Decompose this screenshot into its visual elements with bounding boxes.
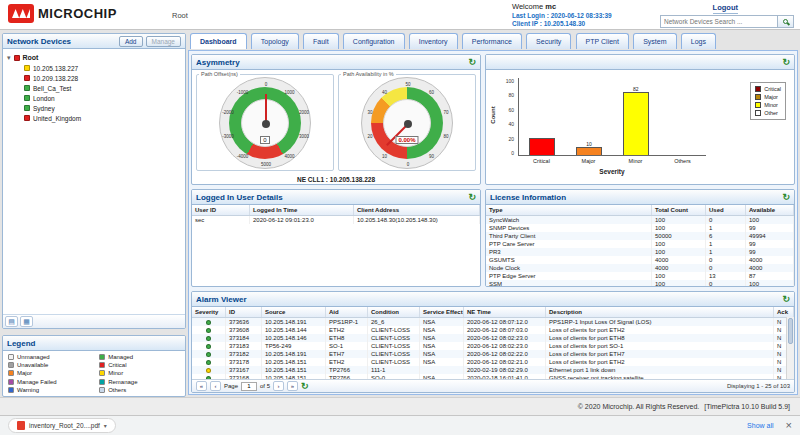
next-page-button[interactable]: › [273, 381, 284, 391]
alarm-row[interactable]: 373636 10.205.148.191 PPS1RP-1 26_6 NSA … [192, 318, 794, 326]
tab[interactable]: Fault [303, 33, 339, 49]
column-header[interactable]: Logged In Time [250, 205, 354, 215]
table-row[interactable]: Node Clock 4000 0 4000 [486, 264, 794, 272]
available-cell: 100 [746, 216, 794, 224]
tree-node[interactable]: United_Kingdom [24, 113, 181, 123]
scrollbar-thumb[interactable] [788, 318, 793, 344]
show-all-button[interactable]: Show all [747, 422, 773, 429]
close-download-bar-icon[interactable]: × [786, 420, 792, 431]
tab[interactable]: System [633, 33, 676, 49]
legend-item: Managed [99, 353, 180, 361]
tree-node[interactable]: London [24, 93, 181, 103]
tab[interactable]: Topology [251, 33, 299, 49]
bar: 10 [576, 147, 602, 155]
column-header[interactable]: Total Count [652, 205, 706, 215]
table-row[interactable]: PTP Edge Server 100 13 87 [486, 272, 794, 280]
tab[interactable]: Inventory [409, 33, 458, 49]
total-count-cell: 4000 [652, 256, 706, 264]
tab[interactable]: PTP Client [576, 33, 629, 49]
table-row[interactable]: Third Party Client 50000 6 49994 [486, 232, 794, 240]
search-input[interactable] [660, 15, 778, 28]
first-page-button[interactable]: « [196, 381, 207, 391]
alarm-row[interactable]: 373178 10.205.148.151 ETH2 CLIENT-LOSS N… [192, 358, 794, 366]
legend-label: Other [764, 110, 778, 116]
tab[interactable]: Security [526, 33, 571, 49]
column-header[interactable]: Used [706, 205, 746, 215]
alarm-row[interactable]: 373184 10.205.148.146 ETH8 CLIENT-LOSS N… [192, 334, 794, 342]
export-icon[interactable]: ▤ [5, 316, 18, 327]
y-tick-label: 100 [506, 78, 514, 84]
legend-status-icon [99, 379, 105, 385]
legend-item: Unavailable [8, 361, 99, 369]
legend-item-label: Minor [108, 370, 123, 376]
tab[interactable]: Performance [462, 33, 522, 49]
content-area: Network Devices Add Manage ▾ Root [0, 30, 800, 397]
refresh-icon[interactable]: ↻ [468, 193, 476, 202]
page-number-input[interactable] [241, 382, 257, 391]
vertical-scrollbar[interactable] [786, 317, 794, 379]
column-header[interactable]: Client Address [354, 205, 480, 215]
tab-label: Topology [261, 38, 289, 45]
column-header[interactable]: Source [262, 307, 326, 317]
refresh-icon[interactable]: ↻ [782, 193, 790, 202]
path-availability-gauge: 0.00% 0102030405060708090 [361, 77, 453, 169]
refresh-icon[interactable]: ↻ [782, 58, 790, 67]
search-go-button[interactable] [778, 15, 794, 28]
node-status-icon [24, 85, 30, 91]
column-header[interactable]: User ID [192, 205, 250, 215]
logout-link[interactable]: Logout [713, 3, 738, 14]
alarm-row[interactable]: 373167 10.205.148.151 TP2766 111-1 2020-… [192, 366, 794, 374]
tree-node[interactable]: Sydney [24, 103, 181, 113]
alarm-row[interactable]: 373608 10.205.148.144 ETH2 CLIENT-LOSS N… [192, 326, 794, 334]
table-row[interactable]: GSUMTS 4000 0 4000 [486, 256, 794, 264]
chart-legend-item: Critical [755, 86, 781, 92]
column-header[interactable]: Condition [368, 307, 420, 317]
ne-time-cell: 2020-06-12 08:02:22.0 [464, 350, 546, 358]
chevron-down-icon[interactable]: ▾ [104, 422, 107, 429]
column-header[interactable]: Available [746, 205, 794, 215]
tab[interactable]: Logs [681, 33, 716, 49]
column-header[interactable]: Type [486, 205, 652, 215]
root-status-icon [14, 55, 20, 61]
collapse-icon[interactable]: ▾ [7, 54, 11, 62]
bar-value-label: 10 [577, 141, 601, 147]
column-header[interactable]: ID [226, 307, 262, 317]
table-row[interactable]: sec 2020-06-12 09:01:23.0 10.205.148.30(… [192, 216, 480, 224]
table-row[interactable]: PTP Care Server 100 1 99 [486, 240, 794, 248]
table-row[interactable]: PR3 100 1 99 [486, 248, 794, 256]
gauge-tick-label: 0 [407, 162, 410, 167]
column-header[interactable]: Service Effect [420, 307, 464, 317]
tree-node[interactable]: Bell_Ca_Test [24, 83, 181, 93]
tree-node[interactable]: 10.209.138.228 [24, 73, 181, 83]
tree-root-node[interactable]: ▾ Root [7, 52, 181, 63]
tab[interactable]: Dashboard [190, 33, 247, 49]
tab[interactable]: Configuration [343, 33, 405, 49]
gauge-tick-label: 3000 [299, 134, 309, 139]
manage-button[interactable]: Manage [146, 36, 182, 47]
table-row[interactable]: SNMP Devices 100 1 99 [486, 224, 794, 232]
column-header[interactable]: NE Time [464, 307, 546, 317]
table-row[interactable]: SSM 100 0 100 [486, 280, 794, 287]
tree-node[interactable]: 10.205.138.227 [24, 63, 181, 73]
prev-page-button[interactable]: ‹ [210, 381, 221, 391]
add-button[interactable]: Add [119, 36, 143, 47]
used-cell: 0 [706, 256, 746, 264]
refresh-icon[interactable]: ↻ [782, 295, 790, 304]
refresh-icon[interactable]: ↻ [468, 58, 476, 67]
downloaded-file-chip[interactable]: inventory_Root_20....pdf ▾ [8, 418, 116, 433]
column-header[interactable]: Aid [326, 307, 368, 317]
table-row[interactable]: SyncWatch 100 0 100 [486, 216, 794, 224]
column-header[interactable]: Severity [192, 307, 226, 317]
alarm-row[interactable]: 373182 10.205.148.191 ETH7 CLIENT-LOSS N… [192, 350, 794, 358]
pager-refresh-icon[interactable]: ↻ [301, 382, 309, 391]
filter-icon[interactable]: ▦ [20, 316, 33, 327]
alarm-pager: « ‹ Page of 5 › » ↻ Displaying 1 - 25 of… [192, 379, 794, 392]
column-header[interactable]: Description [546, 307, 774, 317]
legend-item: Manage Failed [8, 378, 99, 386]
last-page-button[interactable]: » [287, 381, 298, 391]
alarm-row[interactable]: 373183 TP56-249 SO-1 CLIENT-LOSS NSA 202… [192, 342, 794, 350]
legend-item-label: Manage Failed [17, 379, 57, 385]
column-header[interactable]: Ack [774, 307, 794, 317]
gauge-tick-label: 90 [429, 154, 434, 159]
alarm-id-cell: 373182 [226, 350, 262, 358]
